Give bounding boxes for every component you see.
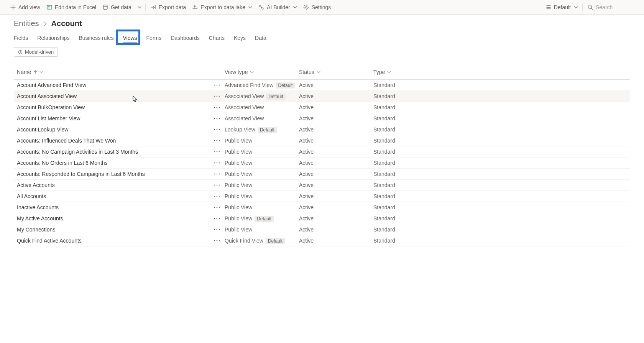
model-driven-pill[interactable]: Model-driven (14, 47, 58, 57)
column-header-name-label: Name (17, 69, 31, 75)
more-icon[interactable] (212, 203, 222, 212)
more-icon[interactable] (212, 169, 222, 179)
cell-name[interactable]: Accounts: No Campaign Activities in Last… (14, 149, 209, 155)
table-row[interactable]: Account List Member ViewAssociated ViewA… (14, 113, 630, 124)
column-header-status-label: Status (299, 69, 314, 75)
cell-status: Active (299, 93, 373, 99)
more-icon[interactable] (212, 125, 222, 134)
more-icon[interactable] (212, 181, 222, 190)
column-header-viewtype[interactable]: View type (225, 69, 299, 75)
more-icon[interactable] (212, 80, 222, 90)
chevron-down-icon (317, 70, 320, 74)
row-actions (209, 192, 225, 201)
search-input[interactable] (596, 4, 634, 10)
table-row[interactable]: All AccountsPublic ViewActiveStandard (14, 191, 630, 202)
cell-name[interactable]: Accounts: Influenced Deals That We Won (14, 138, 209, 144)
column-header-viewtype-label: View type (225, 69, 248, 75)
cell-name[interactable]: Account BulkOperation View (14, 104, 209, 110)
tab-fields[interactable]: Fields (14, 35, 28, 43)
more-icon[interactable] (212, 92, 222, 101)
svg-point-30 (219, 162, 220, 164)
more-icon[interactable] (212, 103, 222, 112)
row-actions (209, 125, 225, 134)
cell-name[interactable]: All Accounts (14, 193, 209, 199)
ai-builder-button[interactable]: AI Builder (255, 0, 300, 15)
table-row[interactable]: Account Lookup ViewLookup ViewDefaultAct… (14, 124, 630, 135)
cell-viewtype: Lookup ViewDefault (225, 126, 299, 133)
table-row[interactable]: Account Associated ViewAssociated ViewDe… (14, 91, 630, 102)
breadcrumb-root[interactable]: Entities (14, 19, 39, 28)
cell-name[interactable]: Accounts: No Orders in Last 6 Months (14, 160, 209, 166)
svg-point-33 (219, 174, 220, 175)
cell-name[interactable]: Account Associated View (14, 93, 209, 99)
search-box[interactable] (584, 0, 637, 15)
cell-type: Standard (373, 226, 630, 233)
tab-business-rules[interactable]: Business rules (79, 35, 113, 43)
more-icon[interactable] (212, 236, 222, 245)
edit-excel-button[interactable]: Edit data in Excel (43, 0, 99, 15)
row-actions (209, 225, 225, 234)
cell-viewtype: Associated ViewDefault (225, 93, 299, 100)
svg-point-7 (214, 85, 215, 86)
table-row[interactable]: Account BulkOperation ViewAssociated Vie… (14, 102, 630, 113)
svg-point-36 (219, 185, 220, 186)
default-view-button[interactable]: Default (542, 0, 581, 15)
table-row[interactable]: My Active AccountsPublic ViewDefaultActi… (14, 213, 630, 224)
table-row[interactable]: Active AccountsPublic ViewActiveStandard (14, 180, 630, 191)
table-row[interactable]: Accounts: No Campaign Activities in Last… (14, 146, 630, 158)
svg-point-44 (217, 218, 218, 219)
plus-icon (10, 4, 16, 10)
svg-point-19 (214, 129, 215, 130)
tab-charts[interactable]: Charts (209, 35, 225, 43)
default-badge: Default (266, 94, 285, 100)
more-icon[interactable] (212, 147, 222, 156)
export-data-button[interactable]: Export data (147, 0, 189, 15)
table-row[interactable]: Quick Find Active AccountsQuick Find Vie… (14, 235, 630, 246)
add-view-label: Add view (18, 4, 40, 10)
cell-name[interactable]: Accounts: Responded to Campaigns in Last… (14, 171, 209, 177)
tab-relationships[interactable]: Relationships (37, 35, 69, 43)
svg-point-10 (214, 96, 215, 97)
settings-label: Settings (312, 4, 331, 10)
cell-name[interactable]: Account List Member View (14, 115, 209, 121)
table-row[interactable]: Accounts: Responded to Campaigns in Last… (14, 169, 630, 180)
more-icon[interactable] (212, 214, 222, 223)
get-data-button[interactable]: Get data (99, 0, 135, 15)
tab-keys[interactable]: Keys (234, 35, 246, 43)
more-icon[interactable] (212, 114, 222, 123)
svg-point-24 (219, 140, 220, 141)
settings-button[interactable]: Settings (300, 0, 334, 15)
column-header-type[interactable]: Type (373, 69, 630, 75)
cell-name[interactable]: My Active Accounts (14, 215, 209, 222)
more-icon[interactable] (212, 136, 222, 145)
chevron-right-icon (43, 21, 48, 26)
column-header-status[interactable]: Status (299, 69, 373, 75)
table-row[interactable]: Inactive AccountsPublic ViewActiveStanda… (14, 202, 630, 213)
svg-point-32 (217, 174, 218, 175)
cell-name[interactable]: Account Lookup View (14, 126, 209, 133)
cell-name[interactable]: Inactive Accounts (14, 204, 209, 210)
table-row[interactable]: My ConnectionsPublic ViewActiveStandard (14, 224, 630, 235)
default-badge: Default (258, 127, 277, 133)
tab-views[interactable]: Views (123, 35, 137, 43)
column-header-name[interactable]: Name (14, 69, 209, 75)
more-icon[interactable] (212, 225, 222, 234)
more-icon[interactable] (212, 192, 222, 201)
tab-data[interactable]: Data (255, 35, 266, 43)
cell-name[interactable]: Account Advanced Find View (14, 82, 209, 88)
export-lake-button[interactable]: Export to data lake (189, 0, 255, 15)
tab-dashboards[interactable]: Dashboards (171, 35, 200, 43)
svg-point-23 (217, 140, 218, 141)
more-icon[interactable] (212, 158, 222, 167)
table-row[interactable]: Accounts: No Orders in Last 6 MonthsPubl… (14, 158, 630, 169)
get-data-chevron[interactable] (135, 0, 144, 15)
add-view-button[interactable]: Add view (7, 0, 43, 15)
cell-name[interactable]: My Connections (14, 226, 209, 233)
table-row[interactable]: Accounts: Influenced Deals That We WonPu… (14, 135, 630, 146)
tab-forms[interactable]: Forms (146, 35, 162, 43)
cell-name[interactable]: Quick Find Active Accounts (14, 238, 209, 244)
cell-name[interactable]: Active Accounts (14, 182, 209, 188)
cell-status: Active (299, 193, 373, 199)
table-row[interactable]: Account Advanced Find ViewAdvanced Find … (14, 80, 630, 91)
sort-asc-icon (33, 70, 37, 74)
